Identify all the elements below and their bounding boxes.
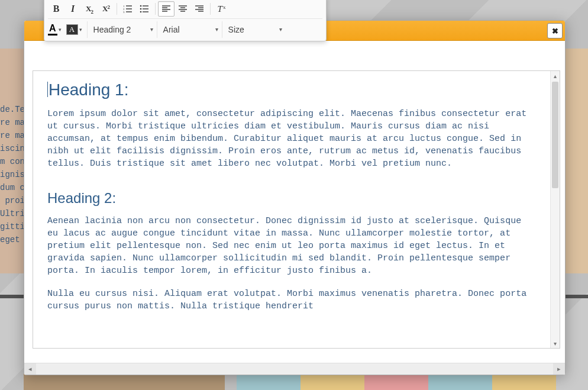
ordered-list-icon: 1 2 3 xyxy=(123,4,133,14)
bg-color-icon: A xyxy=(66,24,78,35)
heading-1[interactable]: Heading 1: xyxy=(47,80,536,99)
size-select[interactable]: Size ▾ xyxy=(222,21,286,38)
bg-color-button[interactable]: A ▾ xyxy=(66,24,82,35)
editor-content-area[interactable]: Heading 1: Lorem ipsum dolor sit amet, c… xyxy=(33,71,550,348)
chevron-down-icon: ▾ xyxy=(59,27,62,33)
editor-toolbar: B I X2 X2 1 2 3 xyxy=(44,0,327,41)
paragraph[interactable]: Nulla eu cursus nisi. Aliquam erat volut… xyxy=(47,288,536,312)
svg-point-8 xyxy=(140,11,142,13)
chevron-down-icon: ▾ xyxy=(150,26,153,33)
scroll-track[interactable] xyxy=(36,363,553,375)
align-left-button[interactable] xyxy=(158,1,175,17)
clear-format-icon: Tx xyxy=(218,4,225,14)
editor-dialog: ✖ Heading 1: Lorem ipsum dolor sit amet,… xyxy=(24,20,566,375)
text-cursor xyxy=(47,82,48,97)
paragraph[interactable]: Lorem ipsum dolor sit amet, consectetur … xyxy=(47,108,536,170)
scroll-thumb[interactable] xyxy=(552,82,558,188)
unordered-list-icon xyxy=(140,4,149,14)
font-select[interactable]: Arial ▾ xyxy=(157,21,222,38)
align-right-icon xyxy=(195,4,204,14)
scroll-down-arrow[interactable]: ▾ xyxy=(551,339,560,348)
italic-icon: I xyxy=(71,4,75,14)
subscript-icon: X2 xyxy=(86,4,93,14)
superscript-icon: X2 xyxy=(102,4,109,14)
font-select-label: Arial xyxy=(163,25,180,34)
align-right-button[interactable] xyxy=(191,1,208,17)
size-select-label: Size xyxy=(228,25,244,34)
editor-vertical-scrollbar[interactable]: ▴ ▾ xyxy=(550,71,560,348)
svg-text:3: 3 xyxy=(123,11,125,14)
align-center-button[interactable] xyxy=(175,1,191,17)
bold-icon: B xyxy=(53,4,60,14)
svg-point-7 xyxy=(140,8,142,10)
toolbar-row-2: A ▾ A ▾ Heading 2 ▾ Arial ▾ Size ▾ xyxy=(48,18,322,40)
subscript-button[interactable]: X2 xyxy=(81,1,98,17)
close-icon: ✖ xyxy=(552,27,558,36)
ordered-list-button[interactable]: 1 2 3 xyxy=(119,1,136,17)
toolbar-separator xyxy=(155,3,156,15)
dialog-body: Heading 1: Lorem ipsum dolor sit amet, c… xyxy=(24,41,565,375)
chevron-down-icon: ▾ xyxy=(279,26,282,33)
toolbar-separator xyxy=(117,3,117,15)
text-color-icon: A xyxy=(48,23,57,36)
scroll-left-arrow[interactable]: ◂ xyxy=(24,363,36,375)
heading-2[interactable]: Heading 2: xyxy=(47,190,536,207)
superscript-button[interactable]: X2 xyxy=(98,1,114,17)
paragraph[interactable]: Aenean lacinia non arcu non consectetur.… xyxy=(47,215,536,277)
dialog-horizontal-scrollbar[interactable]: ◂ ▸ xyxy=(24,363,565,375)
toolbar-row-1: B I X2 X2 1 2 3 xyxy=(48,0,322,18)
scroll-up-arrow[interactable]: ▴ xyxy=(551,71,560,80)
toolbar-separator xyxy=(210,3,211,15)
clear-format-button[interactable]: Tx xyxy=(213,1,230,17)
unordered-list-button[interactable] xyxy=(136,1,153,17)
bg-partial-text: de.Tes re ma re ma iscing m con igniss d… xyxy=(0,103,26,246)
svg-point-6 xyxy=(140,5,142,7)
heading-select[interactable]: Heading 2 ▾ xyxy=(87,21,157,38)
text-color-button[interactable]: A ▾ xyxy=(48,23,62,36)
heading-select-label: Heading 2 xyxy=(93,25,131,34)
chevron-down-icon: ▾ xyxy=(79,27,82,33)
close-button[interactable]: ✖ xyxy=(547,23,563,38)
chevron-down-icon: ▾ xyxy=(215,26,218,33)
scroll-right-arrow[interactable]: ▸ xyxy=(553,363,565,375)
italic-button[interactable]: I xyxy=(64,1,81,17)
align-left-icon xyxy=(161,4,171,14)
editor-frame: Heading 1: Lorem ipsum dolor sit amet, c… xyxy=(33,70,560,349)
bold-button[interactable]: B xyxy=(48,1,64,17)
document-content[interactable]: Heading 1: Lorem ipsum dolor sit amet, c… xyxy=(47,80,536,312)
align-center-icon xyxy=(178,4,188,14)
